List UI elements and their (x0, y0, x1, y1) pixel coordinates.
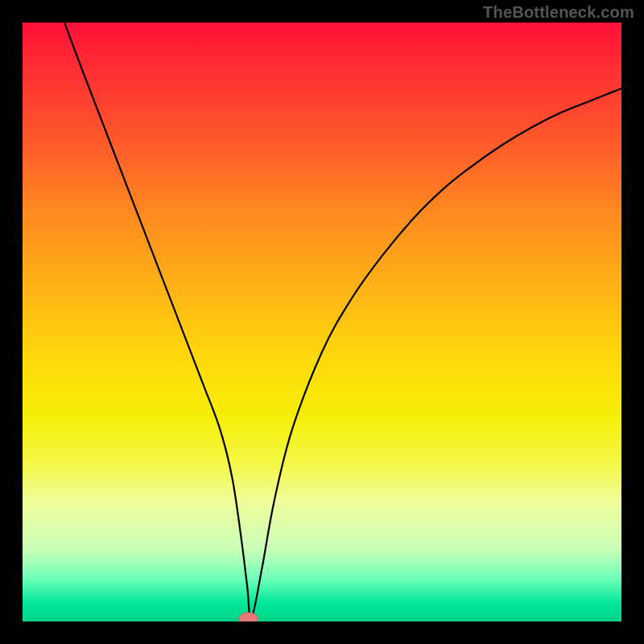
plot-area (23, 23, 621, 621)
bottleneck-curve (64, 23, 621, 619)
credit-text: TheBottleneck.com (483, 3, 634, 22)
chart-svg (23, 23, 621, 621)
min-marker (239, 613, 258, 621)
chart-frame: TheBottleneck.com (0, 0, 644, 644)
